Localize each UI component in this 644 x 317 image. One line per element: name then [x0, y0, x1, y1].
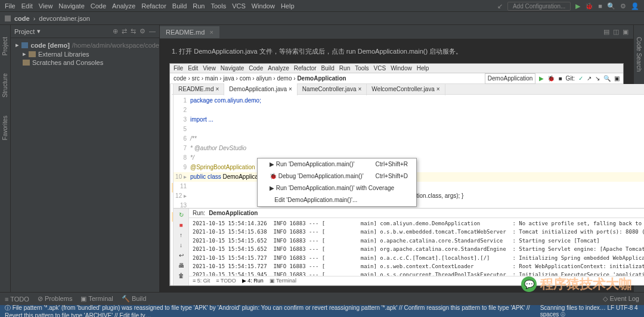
sidebar-title: Project — [14, 28, 35, 35]
ctx-run[interactable]: ▶ Run 'DemoApplication.main()'Ctrl+Shift… — [258, 158, 416, 170]
rerun-icon[interactable]: ↻ — [177, 211, 185, 219]
tab-readme[interactable]: README.md× — [160, 26, 219, 38]
todo-tool[interactable]: ≡ TODO — [5, 296, 29, 303]
event-log[interactable]: ◇ Event Log — [603, 295, 639, 303]
menu-view[interactable]: View — [39, 2, 53, 10]
down-icon[interactable]: ↓ — [177, 241, 185, 250]
inner-menu: FileEditViewNavigateCodeAnalyzeRefactorB… — [170, 64, 623, 73]
project-tree[interactable]: ▸code [demo] /home/admin/workspace/code … — [11, 38, 159, 69]
settings-icon[interactable]: ⚙ — [140, 27, 145, 35]
status-message: ⓘ File pattern '*.apk' (from 'bundled' p… — [5, 304, 540, 318]
stop-run-icon[interactable]: ■ — [177, 221, 185, 229]
avatar-icon[interactable]: 👤 — [631, 2, 639, 10]
crumb-file[interactable]: devcontainer.json — [39, 15, 90, 22]
toolbar-right: ↙ Add Configuration... ▶ 🐞 ■ 🔍 ⚙ 👤 — [497, 0, 639, 12]
tree-ext-lib[interactable]: ▸External Libraries — [11, 49, 159, 58]
left-gutter: Project Structure Favorites — [0, 25, 11, 292]
chevron-down-icon[interactable]: ▾ — [37, 27, 41, 35]
gear-icon[interactable]: ⚙ — [620, 2, 626, 10]
search-icon[interactable]: 🔍 — [607, 2, 615, 10]
problems-tool[interactable]: ⊘ Problems — [38, 295, 73, 303]
menu-edit[interactable]: Edit — [21, 2, 33, 10]
close-icon[interactable]: × — [209, 29, 213, 36]
tree-scratches[interactable]: Scratches and Consoles — [11, 58, 159, 67]
menu-tools[interactable]: Tools — [210, 2, 226, 10]
context-menu: ▶ Run 'DemoApplication.main()'Ctrl+Shift… — [257, 158, 417, 207]
menu-run[interactable]: Run — [193, 2, 205, 10]
status-right: Scanning files to index… LF UTF-8 4 spac… — [540, 304, 639, 318]
run-panel: ↻ ■ ↑ ↓ ↩ 🖶 🗑 Run:DemoApplication⚙ — 202 — [174, 208, 644, 285]
project-tool[interactable]: Project — [2, 37, 8, 55]
readme-preview: 1. 打开 DemoApplication.java 文件，等待索引完成后，点击… — [160, 39, 633, 292]
tree-root[interactable]: ▸code [demo] /home/admin/workspace/code — [11, 41, 159, 49]
project-sidebar: Project ▾ ⊕ ⇄ ⇆ ⚙ — ▸code [demo] /home/a… — [11, 25, 160, 292]
editor-tabs: README.md× ▤ ◫ ▣ — [160, 25, 633, 39]
inner-code: 1package com.aliyun.demo; 2 3import ... … — [174, 95, 644, 208]
inner-run-config: DemoApplication — [485, 73, 536, 84]
menu-build[interactable]: Build — [172, 2, 187, 10]
readme-step-1: 1. 打开 DemoApplication.java 文件，等待索引完成后，点击… — [172, 46, 621, 57]
print-icon[interactable]: 🖶 — [177, 262, 185, 270]
inner-breadcrumb: code › src › main › java › com › aliyun … — [170, 73, 623, 84]
wrap-icon[interactable]: ↩ — [177, 251, 185, 260]
ctx-edit[interactable]: Edit 'DemoApplication.main()'... — [258, 194, 416, 206]
code-search-tool[interactable]: Code Search — [636, 37, 642, 72]
debug-icon[interactable]: 🐞 — [585, 2, 593, 10]
menu-analyze[interactable]: Analyze — [112, 2, 135, 10]
ctx-debug[interactable]: 🐞 Debug 'DemoApplication.main()'Ctrl+Shi… — [258, 170, 416, 182]
ctx-coverage[interactable]: ▶ Run 'DemoApplication.main()' with Cove… — [258, 182, 416, 194]
terminal-tool[interactable]: ▣ Terminal — [80, 295, 113, 303]
inner-tabs: README.md× DemoApplication.java× NameCon… — [174, 84, 644, 95]
favorites-tool[interactable]: Favorites — [2, 116, 8, 140]
menu-window[interactable]: Window — [252, 2, 275, 10]
menu-vcs[interactable]: VCS — [232, 2, 246, 10]
breadcrumb: code › devcontainer.json — [0, 12, 644, 25]
editor-area: README.md× ▤ ◫ ▣ 1. 打开 DemoApplication.j… — [160, 25, 633, 292]
collapse-icon[interactable]: ⇆ — [131, 27, 136, 35]
chevron-right-icon: › — [33, 15, 36, 22]
menu-code[interactable]: Code — [91, 2, 106, 10]
inner-ide-screenshot: FileEditViewNavigateCodeAnalyzeRefactorB… — [169, 63, 624, 286]
menu-refactor[interactable]: Refactor — [141, 2, 166, 10]
menu-help[interactable]: Help — [281, 2, 295, 10]
select-opened-icon[interactable]: ⊕ — [113, 27, 118, 35]
trash-icon[interactable]: 🗑 — [177, 272, 185, 280]
preview-icon[interactable]: ▣ — [623, 28, 628, 36]
hide-icon[interactable]: — — [149, 27, 156, 35]
crumb-project[interactable]: code — [14, 15, 30, 22]
stop-icon[interactable]: ■ — [598, 2, 602, 10]
run-log[interactable]: 2021-10-15 15:54:14.326 INFO 16883 --- [… — [189, 218, 644, 276]
status-bar: ⓘ File pattern '*.apk' (from 'bundled' p… — [0, 305, 644, 317]
build-tool[interactable]: 🔨 Build — [122, 295, 147, 303]
menu-file[interactable]: File — [5, 2, 16, 10]
run-config-selector[interactable]: Add Configuration... — [507, 2, 571, 11]
prev-icon[interactable]: ↙ — [497, 2, 503, 10]
project-icon — [5, 15, 11, 21]
menu-navigate[interactable]: Navigate — [58, 2, 84, 10]
split-icon[interactable]: ◫ — [613, 28, 619, 36]
run-icon[interactable]: ▶ — [575, 2, 580, 10]
view-mode-icon[interactable]: ▤ — [603, 28, 609, 36]
structure-tool[interactable]: Structure — [2, 73, 8, 98]
up-icon[interactable]: ↑ — [177, 231, 185, 240]
expand-icon[interactable]: ⇄ — [122, 27, 127, 35]
